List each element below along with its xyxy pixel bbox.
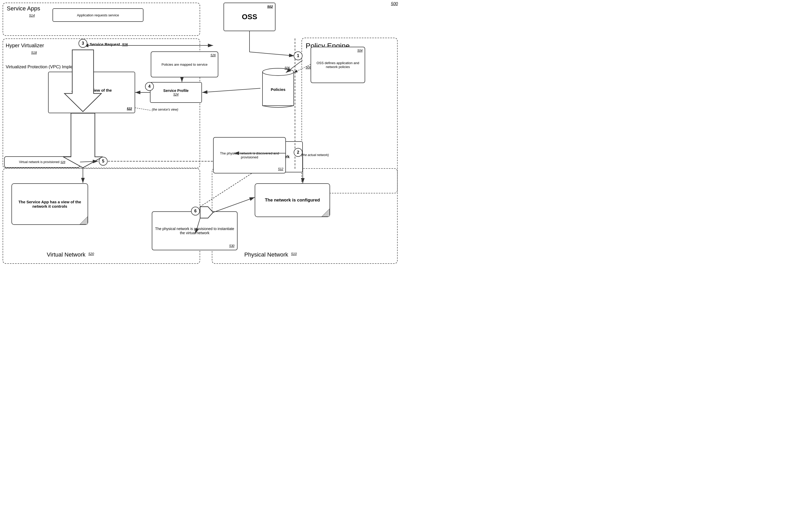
network-configured-box: The network is configured [255, 183, 330, 217]
network-configured-label: The network is configured [265, 197, 320, 203]
oss-label: OSS [242, 13, 257, 21]
circle-1: 1 [294, 52, 303, 60]
circle-2: 2 [294, 148, 303, 157]
ref-502: 502 [267, 5, 273, 8]
service-profile-label: Service Profile [163, 89, 188, 93]
service-apps-label: Service Apps [7, 5, 40, 12]
policies-mapped-label: Policies are mapped to service [161, 62, 207, 66]
physical-network-label: Physical Network [244, 251, 288, 258]
physical-provisioned-box: The physical network is provisioned to i… [152, 211, 238, 250]
svg-text:Policies: Policies [271, 87, 286, 92]
ref-530: 530 [229, 244, 234, 248]
oss-defines-label: OSS defines application and network poli… [313, 61, 363, 69]
hyper-virtualizer-label: Hyper Virtualizer [6, 42, 44, 49]
virtual-network-label: Virtual Network [47, 251, 86, 258]
app-request-label: Application requests service [77, 13, 119, 17]
ref-518: 518 [31, 51, 37, 55]
actual-network-label: (the actual network) [302, 153, 329, 157]
vpc-label: Virtualized Protection (VPC) Implementat… [6, 64, 92, 70]
circle-6: 6 [191, 207, 200, 215]
service-request-label: Service Request 516 [90, 42, 128, 46]
ref-514: 514 [29, 14, 35, 17]
ref-504: 504 [357, 49, 363, 53]
svg-text:506: 506 [285, 66, 290, 70]
circle-5: 5 [99, 157, 108, 166]
policies-cylinder-svg: Policies 506 [260, 65, 296, 112]
ref-510: 510 [291, 252, 297, 256]
ref-522: 522 [127, 107, 132, 111]
physical-disc-box: The physical network is discovered and p… [213, 137, 286, 173]
policies-mapped-box: Policies are mapped to service 526 [151, 52, 218, 77]
service-apps-box: Service Apps 514 Application requests se… [3, 3, 200, 36]
ref-520: 520 [88, 252, 94, 256]
svg-marker-4 [80, 216, 88, 224]
ref-512: 512 [278, 167, 283, 171]
svg-line-14 [202, 88, 260, 92]
abstract-network-label: Abstract a view of the network [71, 88, 112, 97]
virtual-prov-label: Virtual network is provisioned [19, 160, 59, 164]
diagram: 500 Service Apps 514 Application request… [0, 0, 401, 266]
svg-line-11 [250, 52, 294, 56]
app-request-box: Application requests service [53, 8, 144, 22]
service-app-view-box: The Service App has a view of the networ… [12, 183, 88, 225]
circle-4: 4 [145, 82, 154, 91]
oss-defines-box: OSS defines application and network poli… [311, 47, 365, 83]
ref-524: 524 [174, 93, 179, 96]
ref-526: 526 [211, 54, 216, 57]
circle-3: 3 [78, 39, 87, 48]
ref-500: 500 [391, 2, 398, 6]
ref-528: 528 [60, 160, 65, 164]
service-app-view-label: The Service App has a view of the networ… [15, 200, 85, 208]
services-view-label: (the service's view) [152, 108, 178, 111]
oss-box: OSS 502 [223, 3, 275, 31]
physical-provisioned-label: The physical network is provisioned to i… [155, 227, 234, 235]
physical-disc-label: The physical network is discovered and p… [216, 151, 283, 159]
abstract-network-box: Abstract a view of the network 522 [48, 72, 135, 113]
svg-marker-5 [322, 209, 330, 216]
service-profile-box: Service Profile 524 [150, 82, 202, 103]
virtual-prov-box: Virtual network is provisioned 528 [4, 156, 80, 168]
